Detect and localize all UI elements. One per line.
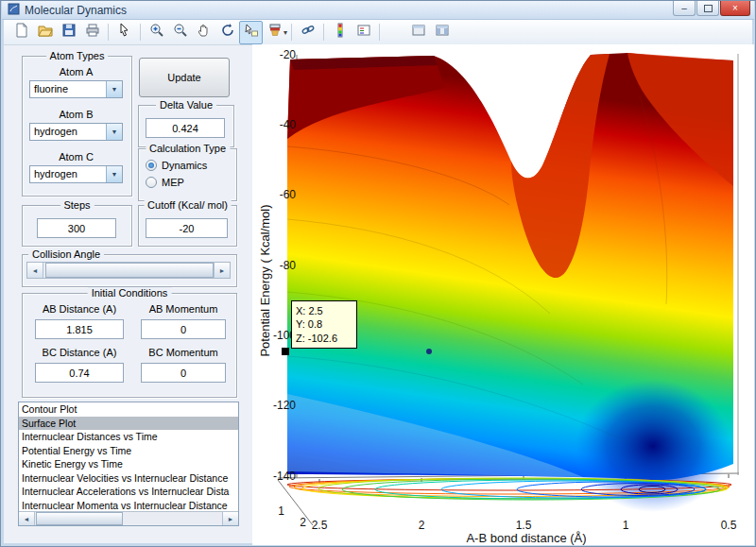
datatip-marker[interactable] (282, 348, 289, 355)
scrollbar-left-arrow-icon[interactable]: ◄ (19, 512, 35, 525)
open-file-button[interactable] (33, 21, 57, 44)
ab-momentum-input[interactable] (141, 319, 226, 339)
toolbar-separator (140, 24, 141, 41)
scrollbar-thumb[interactable] (36, 512, 123, 525)
titlebar[interactable]: Molecular Dynamics (2, 1, 754, 20)
pan-button[interactable] (192, 21, 215, 44)
chevron-down-icon[interactable]: ▼ (106, 124, 122, 140)
svg-text:1.5: 1.5 (516, 519, 532, 532)
list-item[interactable]: Internuclear Accelerations vs Internucle… (19, 485, 238, 499)
delta-value-input[interactable] (146, 118, 225, 138)
x-axis-label: A-B bond distance (Å) (466, 531, 586, 545)
insert-legend-button[interactable] (352, 21, 375, 44)
minimize-button[interactable]: – (673, 1, 696, 16)
save-button[interactable] (57, 21, 80, 44)
calculation-type-panel: Calculation Type (138, 148, 237, 201)
show-plot-tools-icon (435, 23, 450, 42)
scrollbar-track[interactable] (35, 512, 222, 525)
hide-plot-tools-button[interactable] (406, 21, 430, 44)
surface-plot-axes[interactable]: -20 -40 -60 -80 -100 -120 -140 2.5 2 1.5… (252, 44, 754, 545)
svg-text:1: 1 (278, 504, 284, 518)
svg-text:-120: -120 (273, 399, 296, 412)
chevron-down-icon[interactable]: ▼ (106, 166, 122, 182)
listbox-horizontal-scrollbar[interactable]: ◄ ► (19, 511, 238, 525)
datatip[interactable]: X: 2.5 Y: 0.8 Z: -102.6 (291, 300, 357, 349)
svg-text:-20: -20 (280, 48, 297, 61)
edit-plot-button[interactable] (112, 21, 136, 44)
atom-b-dropdown[interactable]: hydrogen ▼ (29, 123, 123, 141)
scrollbar-right-arrow-icon[interactable]: ► (222, 512, 238, 525)
dynamics-radio[interactable] (146, 160, 157, 171)
toolbar-separator (379, 24, 380, 41)
slider-left-arrow-icon[interactable]: ◄ (27, 263, 43, 278)
atom-c-dropdown[interactable]: hydrogen ▼ (29, 165, 123, 183)
new-icon (14, 23, 29, 42)
legend-icon (356, 23, 371, 42)
atom-c-label: Atom C (22, 151, 130, 162)
close-button[interactable]: × (720, 1, 750, 16)
steps-input[interactable] (37, 218, 116, 238)
maximize-button[interactable] (696, 1, 719, 16)
list-item-selected[interactable]: Surface Plot (19, 417, 238, 431)
show-plot-tools-button[interactable] (430, 21, 454, 44)
ab-distance-label: AB Distance (A) (35, 303, 124, 315)
atom-b-value: hydrogen (30, 124, 106, 140)
svg-text:-40: -40 (280, 118, 297, 131)
mep-radio-label[interactable]: MEP (162, 177, 184, 188)
hide-plot-tools-icon (411, 23, 426, 42)
brush-icon (267, 23, 283, 42)
zoom-in-button[interactable] (145, 21, 168, 44)
cutoff-input[interactable] (146, 218, 228, 238)
plot-type-listbox[interactable]: Contour Plot Surface Plot Internuclear D… (18, 402, 239, 526)
svg-text:-140: -140 (273, 470, 296, 483)
toolbar-separator (323, 24, 324, 41)
mep-radio[interactable] (146, 177, 157, 188)
datatip-x: X: 2.5 (296, 304, 352, 317)
cutoff-title: Cutoff (Kcal/ mol) (144, 199, 232, 211)
toolbar-separator (108, 24, 109, 41)
x-tick-labels: 2.5 2 1.5 1 0.5 (312, 519, 737, 532)
slider-right-arrow-icon[interactable]: ► (214, 263, 230, 278)
zoom-out-button[interactable] (168, 21, 192, 44)
list-item[interactable]: Internuclear Distances vs Time (19, 430, 238, 444)
brush-dropdown-caret[interactable]: ▾ (284, 28, 287, 37)
slider-track[interactable] (43, 263, 214, 278)
list-item[interactable]: Potential Energy vs Time (19, 444, 238, 458)
list-item[interactable]: Contour Plot (19, 402, 238, 417)
rotate-3d-icon (220, 23, 235, 42)
chevron-down-icon[interactable]: ▼ (106, 81, 122, 97)
collision-angle-label: Collision Angle (28, 248, 104, 260)
slider-thumb[interactable] (45, 263, 214, 278)
data-cursor-button[interactable] (239, 21, 263, 44)
bc-distance-input[interactable] (35, 363, 124, 383)
atom-a-value: fluorine (30, 81, 106, 97)
dynamics-radio-label[interactable]: Dynamics (162, 160, 207, 171)
open-folder-icon (38, 23, 53, 42)
link-plot-button[interactable] (296, 21, 319, 44)
atom-a-dropdown[interactable]: fluorine ▼ (29, 80, 123, 98)
steps-title: Steps (60, 199, 94, 211)
rotate-3d-button[interactable] (215, 21, 239, 44)
print-icon (85, 23, 100, 42)
print-button[interactable] (80, 21, 104, 44)
data-cursor-icon (244, 23, 259, 42)
potential-energy-surface[interactable] (287, 53, 733, 512)
new-figure-button[interactable] (9, 21, 33, 44)
bc-momentum-input[interactable] (141, 363, 226, 383)
svg-text:-80: -80 (280, 259, 297, 272)
insert-colorbar-button[interactable] (328, 21, 352, 44)
figure-toolbar: ▾ (4, 20, 752, 45)
list-item[interactable]: Kinetic Energy vs Time (19, 457, 238, 471)
update-button[interactable]: Update (139, 58, 230, 97)
collision-angle-slider[interactable]: ◄ ► (26, 262, 231, 279)
ab-momentum-label: AB Momentum (141, 303, 226, 315)
ab-distance-input[interactable] (35, 319, 124, 339)
atom-a-label: Atom A (22, 66, 130, 77)
list-item[interactable]: Internuclear Momenta vs Internuclear Dis… (19, 499, 238, 513)
svg-text:1: 1 (623, 519, 629, 532)
svg-text:0.5: 0.5 (721, 519, 737, 532)
window-title: Molecular Dynamics (25, 4, 127, 17)
initial-conditions-title: Initial Conditions (88, 287, 172, 299)
calculation-type-title: Calculation Type (146, 143, 230, 154)
list-item[interactable]: Internuclear Velocities vs Internuclear … (19, 471, 238, 486)
